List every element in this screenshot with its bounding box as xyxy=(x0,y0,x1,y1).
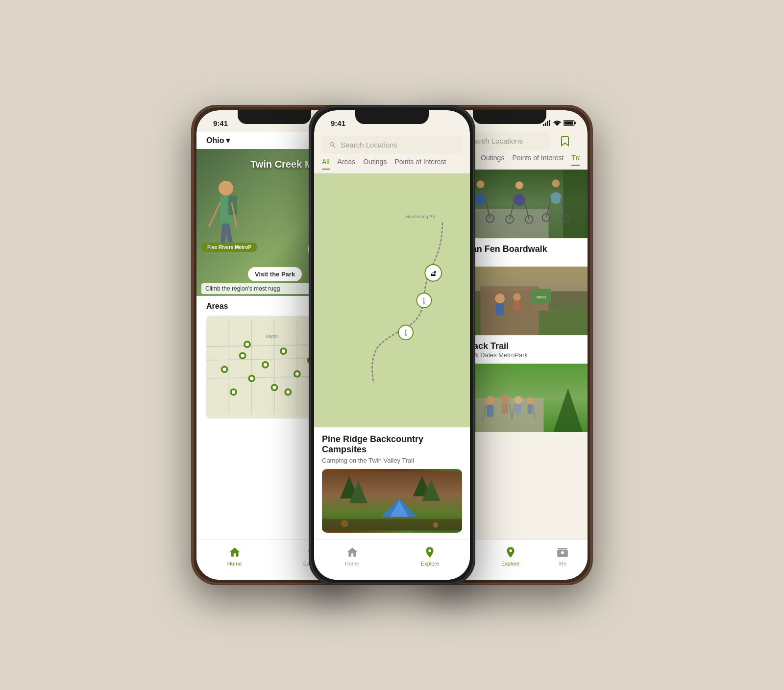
tab-explore-middle[interactable]: Explore xyxy=(421,546,439,567)
svg-point-26 xyxy=(250,376,253,380)
bookmark-icon[interactable] xyxy=(558,134,572,148)
location-dropdown[interactable]: Ohio ▾ xyxy=(206,136,230,145)
svg-point-30 xyxy=(295,372,299,375)
svg-text:🚶: 🚶 xyxy=(403,330,409,336)
svg-point-95 xyxy=(513,293,521,301)
trail-map-svg: Hambering Rd 🏕 🚶 🚶 xyxy=(314,173,470,427)
svg-rect-42 xyxy=(314,209,470,392)
svg-text:🏕: 🏕 xyxy=(431,271,437,276)
search-placeholder-middle: Search Locations xyxy=(341,141,455,149)
svg-point-24 xyxy=(282,349,285,353)
place-subtitle: Camping on the Twin Valley Trail xyxy=(322,457,462,464)
svg-rect-115 xyxy=(528,404,533,414)
tab-explore-label-middle: Explore xyxy=(421,561,439,567)
tab-outings-middle[interactable]: Outings xyxy=(363,158,387,169)
svg-point-84 xyxy=(552,179,560,187)
svg-rect-60 xyxy=(543,124,544,126)
svg-rect-66 xyxy=(574,122,576,124)
svg-rect-109 xyxy=(501,403,508,414)
svg-text:INFO: INFO xyxy=(537,295,546,299)
svg-rect-112 xyxy=(515,404,521,415)
phones-container: 9:41 Ohio ▾ xyxy=(98,51,686,639)
search-icon-middle xyxy=(329,141,337,149)
tab-me-label-right: Me xyxy=(559,561,566,567)
svg-text:Dayton: Dayton xyxy=(266,334,279,339)
svg-point-108 xyxy=(500,394,509,403)
svg-point-71 xyxy=(474,193,486,205)
svg-point-38 xyxy=(286,390,290,394)
tab-bar-middle: Home Explore xyxy=(314,540,470,580)
notch-left xyxy=(238,110,311,124)
tab-outings-right[interactable]: Outings xyxy=(481,154,504,165)
notch-middle xyxy=(355,110,429,124)
home-icon-middle xyxy=(346,546,359,559)
status-icons-right xyxy=(543,120,576,126)
scene: 9:41 Ohio ▾ xyxy=(0,0,784,690)
svg-rect-61 xyxy=(545,123,546,126)
svg-rect-106 xyxy=(487,405,493,417)
svg-point-28 xyxy=(272,386,276,389)
map-content: Search Locations All Areas Outings Point… xyxy=(314,132,470,540)
explore-icon-right xyxy=(504,546,517,559)
filter-tabs-middle: All Areas Outings Points of Interest xyxy=(314,158,470,173)
tab-explore-right[interactable]: Explore xyxy=(501,546,519,567)
park-badge: Five Rivers MetroP xyxy=(201,243,257,252)
svg-text:Hambering Rd: Hambering Rd xyxy=(406,214,435,219)
svg-rect-94 xyxy=(496,303,504,316)
svg-point-36 xyxy=(245,343,249,346)
bookmark-svg xyxy=(559,135,571,147)
place-title: Pine Ridge Backcountry Campsites xyxy=(322,434,462,455)
svg-line-5 xyxy=(209,203,220,227)
svg-rect-63 xyxy=(549,120,550,126)
map-view[interactable]: Hambering Rd 🏕 🚶 🚶 xyxy=(314,173,470,427)
svg-point-77 xyxy=(514,194,525,206)
battery-icon xyxy=(564,120,576,126)
time-left: 9:41 xyxy=(213,119,228,127)
tab-areas-middle[interactable]: Areas xyxy=(338,158,356,169)
svg-rect-62 xyxy=(547,121,548,126)
svg-point-72 xyxy=(476,180,484,188)
svg-point-22 xyxy=(264,363,267,367)
svg-point-59 xyxy=(433,522,439,528)
tab-poi-right[interactable]: Points of Interest xyxy=(512,154,564,165)
explore-icon-middle xyxy=(423,546,436,559)
svg-point-40 xyxy=(222,368,226,371)
camping-illustration xyxy=(322,469,462,533)
svg-point-105 xyxy=(486,396,494,405)
wifi-icon xyxy=(553,120,561,126)
svg-point-0 xyxy=(219,181,233,196)
svg-rect-96 xyxy=(514,301,520,311)
svg-point-83 xyxy=(550,192,562,204)
phone-middle: 9:41 Search Locations A xyxy=(309,105,475,585)
time-middle: 9:41 xyxy=(331,119,345,127)
svg-point-111 xyxy=(514,396,522,404)
me-icon-right xyxy=(556,546,569,559)
place-card: Pine Ridge Backcountry Campsites Camping… xyxy=(314,427,470,540)
svg-rect-69 xyxy=(563,170,588,238)
svg-point-32 xyxy=(232,390,235,394)
svg-rect-104 xyxy=(475,398,543,432)
visit-park-button[interactable]: Visit the Park xyxy=(248,267,302,281)
svg-point-93 xyxy=(495,294,505,303)
svg-text:🚶: 🚶 xyxy=(421,298,427,304)
tab-home-left[interactable]: Home xyxy=(227,546,242,567)
notch-right xyxy=(473,110,546,124)
tab-me-right[interactable]: Me xyxy=(556,546,569,567)
tab-home-label-middle: Home xyxy=(345,561,359,567)
svg-rect-65 xyxy=(564,122,573,125)
hiker-illustration xyxy=(201,173,250,296)
tab-explore-label-right: Explore xyxy=(501,561,519,567)
svg-point-78 xyxy=(515,181,523,189)
tab-poi-middle[interactable]: Points of Interest xyxy=(394,158,446,169)
svg-rect-92 xyxy=(480,286,539,335)
tab-home-middle[interactable]: Home xyxy=(345,546,359,567)
tab-all-middle[interactable]: All xyxy=(322,158,330,170)
home-icon xyxy=(228,546,241,559)
svg-point-58 xyxy=(341,520,348,527)
svg-point-114 xyxy=(527,397,534,404)
search-bar-middle[interactable]: Search Locations xyxy=(322,136,462,154)
tab-home-label-left: Home xyxy=(227,561,242,567)
tab-trails-right[interactable]: Trails xyxy=(571,154,580,166)
svg-point-20 xyxy=(241,354,244,357)
place-image xyxy=(322,469,462,533)
